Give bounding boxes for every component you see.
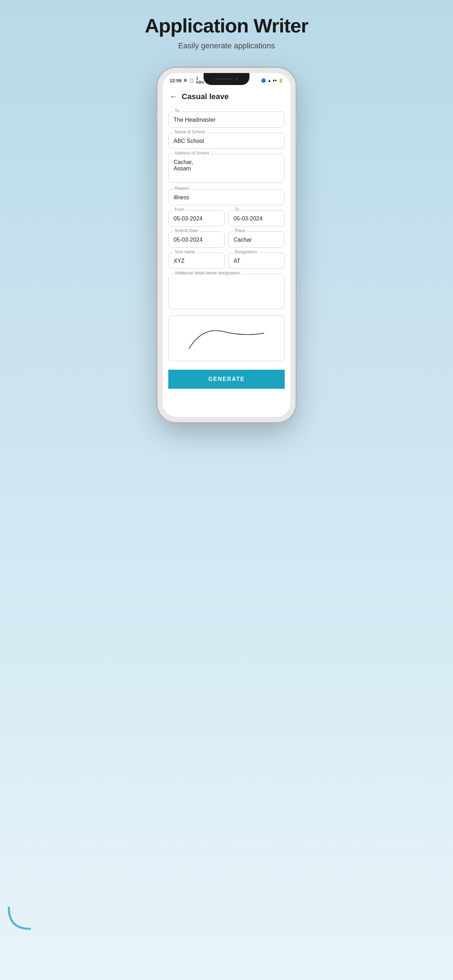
from-label: From [173, 207, 186, 212]
school-field-group: Name of School [168, 133, 285, 149]
status-right: 🔵 ▲ ▾▾ 🔋 [261, 78, 283, 83]
to-label: To, [173, 108, 182, 113]
status-bar: 12:59 ⚙ 📋 2KB/s 🔵 ▲ ▾▾ 🔋 [163, 73, 290, 86]
name-field-group: Your name [168, 253, 225, 269]
screen-content: ← Casual leave To, Name of School Addres… [163, 86, 290, 417]
school-label: Name of School [173, 129, 206, 134]
status-clipboard-icon: 📋 [189, 78, 194, 83]
deco-arc [7, 906, 32, 931]
speaker [215, 78, 232, 80]
place-label: Place [233, 228, 246, 233]
back-button[interactable]: ← [170, 92, 178, 101]
additional-label: Additional detail below designation [173, 270, 241, 275]
phone-screen: 12:59 ⚙ 📋 2KB/s 🔵 ▲ ▾▾ 🔋 ← Casual leave [163, 73, 290, 417]
reason-input[interactable] [168, 189, 285, 205]
date-row: From To [168, 210, 285, 226]
address-input[interactable]: Cachar, Assam [168, 154, 285, 183]
designation-label: Designation [233, 250, 258, 255]
name-designation-row: Your name Designation [168, 253, 285, 269]
status-left: 12:59 ⚙ 📋 2KB/s [170, 76, 204, 84]
submit-field-group: Submit Date [168, 231, 225, 248]
to-date-input[interactable] [228, 210, 285, 226]
header-title: Casual leave [182, 92, 229, 101]
address-label: Address of School [173, 151, 210, 156]
notch [203, 73, 250, 85]
camera [235, 77, 238, 81]
reason-field-group: Reason [168, 189, 285, 205]
reason-label: Reason [173, 186, 191, 191]
wifi-icon: ▾▾ [273, 78, 277, 83]
submit-place-row: Submit Date Place [168, 231, 285, 248]
to-date-field-group: To [228, 210, 285, 226]
status-time: 12:59 [170, 78, 181, 83]
name-input[interactable] [168, 253, 225, 269]
place-input[interactable] [228, 231, 285, 248]
designation-input[interactable] [228, 253, 285, 269]
additional-input[interactable] [168, 274, 285, 309]
generate-button[interactable]: GENERATE [168, 370, 285, 389]
signal-icon: ▲ [267, 78, 271, 83]
battery-icon: 🔋 [278, 78, 283, 83]
name-label: Your name [173, 250, 197, 255]
signature-svg [168, 316, 285, 361]
to-input[interactable] [168, 111, 285, 128]
from-input[interactable] [168, 210, 225, 226]
designation-field-group: Designation [228, 253, 285, 269]
address-field-group: Address of School Cachar, Assam [168, 154, 285, 184]
to-date-label: To [233, 207, 241, 212]
school-input[interactable] [168, 133, 285, 149]
signature-box[interactable] [168, 315, 285, 361]
phone-frame: 12:59 ⚙ 📋 2KB/s 🔵 ▲ ▾▾ 🔋 ← Casual leave [158, 68, 295, 422]
app-header: ← Casual leave [163, 86, 290, 106]
form-area: To, Name of School Address of School Cac… [163, 106, 290, 417]
page-title: Application Writer [145, 14, 308, 37]
bluetooth-icon: 🔵 [261, 78, 266, 83]
page-subtitle: Easily generate applications [178, 41, 275, 51]
additional-field-group: Additional detail below designation [168, 274, 285, 310]
place-field-group: Place [228, 231, 285, 248]
submit-label: Submit Date [173, 228, 199, 233]
submit-input[interactable] [168, 231, 225, 248]
to-field-group: To, [168, 111, 285, 128]
status-gear-icon: ⚙ [183, 78, 187, 83]
status-speed: 2KB/s [196, 76, 204, 84]
from-field-group: From [168, 210, 225, 226]
